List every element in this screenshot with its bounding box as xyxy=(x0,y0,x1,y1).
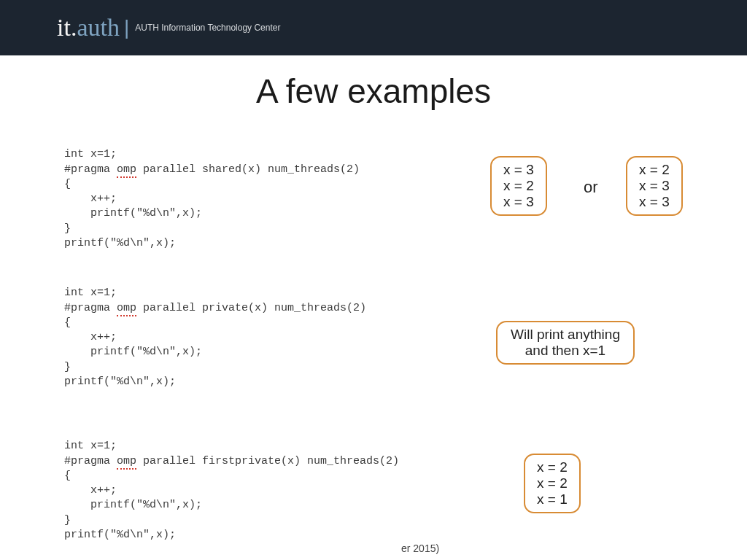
result-box-1a: x = 3 x = 2 x = 3 xyxy=(490,156,547,216)
code-example-1: int x=1; #pragma omp parallel shared(x) … xyxy=(64,133,360,251)
result-row: x = 1 xyxy=(537,491,568,508)
result-row: x = 2 xyxy=(639,162,670,178)
code-line: printf("%d\n",x); xyxy=(64,207,202,219)
slide-title: A few examples xyxy=(0,71,747,111)
keyword-omp: omp xyxy=(117,163,136,178)
code-line: } xyxy=(64,361,71,373)
or-label: or xyxy=(584,178,598,197)
code-line: #pragma omp parallel firstprivate(x) num… xyxy=(64,455,399,470)
code-line: x++; xyxy=(64,484,117,497)
code-line: printf("%d\n",x); xyxy=(64,237,176,249)
code-example-2: int x=1; #pragma omp parallel private(x)… xyxy=(64,271,366,389)
header-subtitle: AUTH Information Technology Center xyxy=(135,23,280,33)
result-row: x = 2 xyxy=(537,459,568,475)
code-line: #pragma omp parallel private(x) num_thre… xyxy=(64,302,366,316)
code-line: { xyxy=(64,470,71,482)
logo-it: it. xyxy=(57,14,77,42)
code-example-3: int x=1; #pragma omp parallel firstpriva… xyxy=(64,424,399,542)
code-line: int x=1; xyxy=(64,440,117,452)
result-box-3: x = 2 x = 2 x = 1 xyxy=(524,454,581,513)
result-row: x = 3 xyxy=(503,162,534,178)
result-row: and then x=1 xyxy=(511,343,620,359)
header-bar: it.auth | AUTH Information Technology Ce… xyxy=(0,0,747,55)
keyword-omp: omp xyxy=(117,302,136,316)
code-line: } xyxy=(64,222,71,235)
code-line: printf("%d\n",x); xyxy=(64,499,202,511)
logo-separator: | xyxy=(120,16,133,39)
code-line: #pragma omp parallel shared(x) num_threa… xyxy=(64,163,360,178)
code-line: printf("%d\n",x); xyxy=(64,346,202,358)
result-row: x = 2 xyxy=(503,178,534,194)
result-row: x = 3 xyxy=(503,194,534,210)
result-box-1b: x = 2 x = 3 x = 3 xyxy=(626,156,683,216)
result-row: x = 3 xyxy=(639,178,670,194)
logo-auth: auth xyxy=(77,14,120,42)
result-box-2: Will print anything and then x=1 xyxy=(496,321,635,365)
keyword-omp: omp xyxy=(117,455,136,470)
code-line: printf("%d\n",x); xyxy=(64,529,176,541)
code-line: x++; xyxy=(64,331,117,343)
code-line: printf("%d\n",x); xyxy=(64,376,176,388)
code-line: { xyxy=(64,316,71,329)
code-line: x++; xyxy=(64,192,117,205)
code-line: int x=1; xyxy=(64,148,117,160)
result-row: Will print anything xyxy=(511,327,620,343)
result-row: x = 2 xyxy=(537,475,568,491)
footer-text: er 2015) xyxy=(401,542,439,554)
code-line: } xyxy=(64,514,71,526)
result-row: x = 3 xyxy=(639,194,670,210)
code-line: int x=1; xyxy=(64,287,117,299)
code-line: { xyxy=(64,178,71,190)
